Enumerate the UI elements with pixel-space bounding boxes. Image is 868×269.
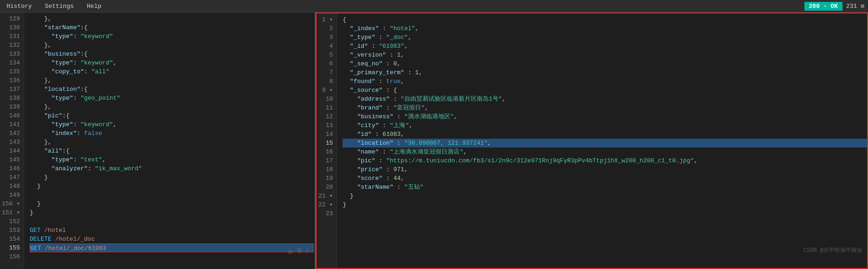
left-line-140: "pic":{ [30,111,315,120]
ln-130: 130 [0,23,24,32]
ln-148: 148 [0,182,24,191]
rln-18: 18 [317,165,337,174]
right-line-2: "_index" : "hotel", [343,24,867,33]
ln-155: 155 [0,243,24,252]
left-line-numbers: 129 130 131 132 133 134 135 136 137 138 … [0,13,24,269]
left-line-153: GET /hotel [30,226,315,235]
ln-137: 137 [0,85,24,94]
ln-150: 150 ▾ [0,199,24,208]
ln-129: 129 [0,14,24,23]
rln-20: 20 [317,183,337,192]
left-line-151: } [30,208,315,217]
right-line-17: "pic" : "https://m.tuniucdn.com/fb3/s1/2… [343,156,867,165]
right-line-23 [343,209,867,218]
left-line-152 [30,217,315,226]
left-line-141: "type": "keyword", [30,120,315,129]
right-code-area: 1 ▾ 2 3 4 5 6 7 8 9 ▾ 10 11 12 13 14 15 … [317,13,867,268]
ln-149: 149 [0,191,24,199]
left-line-148: } [30,182,315,191]
rln-22: 22 ▾ [317,200,337,209]
left-line-145: "type": "text", [30,155,315,164]
right-line-20: "starName" : "五钻" [343,183,867,192]
left-code-content: 129 130 131 132 133 134 135 136 137 138 … [0,13,315,269]
menu-settings[interactable]: Settings [42,2,77,11]
ln-153: 153 [0,226,24,235]
ln-147: 147 [0,173,24,182]
ln-131: 131 [0,32,24,41]
right-line-numbers: 1 ▾ 2 3 4 5 6 7 8 9 ▾ 10 11 12 13 14 15 … [317,13,337,268]
right-line-15: "location" : "30.890867, 121.937241", [343,139,867,147]
right-line-5: "_version" : 1, [343,51,867,59]
ln-136: 136 [0,76,24,85]
ln-145: 145 [0,155,24,164]
ln-142: 142 [0,129,24,138]
left-line-132: }, [30,41,315,50]
rln-13: 13 [317,121,337,130]
left-line-136: }, [30,76,315,85]
ln-146: 146 [0,164,24,173]
menu-bar: History Settings Help 200 - OK 231 m [0,0,868,13]
left-line-130: "starName":{ [30,23,315,32]
left-line-135: "copy_to": "all" [30,67,315,76]
rln-12: 12 [317,112,337,121]
left-line-143: }, [30,138,315,147]
rln-6: 6 [317,59,337,68]
right-line-18: "price" : 971, [343,165,867,174]
rln-14: 14 [317,130,337,139]
ln-138: 138 [0,94,24,102]
run-icon[interactable]: ▷ [289,247,294,256]
right-line-11: "brand" : "皇冠假日", [343,103,867,112]
right-panel: 1 ▾ 2 3 4 5 6 7 8 9 ▾ 10 11 12 13 14 15 … [316,13,868,269]
rln-7: 7 [317,68,337,77]
right-code-lines[interactable]: { "_index" : "hotel", "_type" : "_doc", … [337,13,867,268]
right-line-7: "_primary_term" : 1, [343,68,867,77]
left-line-144: "all":{ [30,147,315,155]
status-time: 231 m [846,3,864,10]
left-panel: 129 130 131 132 133 134 135 136 137 138 … [0,13,316,269]
rln-4: 4 [317,42,337,51]
right-line-1: { [343,15,867,24]
rln-21: 21 ▾ [317,192,337,200]
left-line-149 [30,191,315,199]
left-line-154: DELETE /hotel/_doc [30,235,315,243]
left-line-134: "type": "keyword", [30,58,315,67]
ln-151: 151 ▾ [0,208,24,217]
right-line-9: "_source" : { [343,86,867,95]
left-line-133: "business":{ [30,50,315,58]
left-line-146: "analyzer": "ik_max_word" [30,164,315,173]
ln-156: 156 [0,252,24,261]
rln-23: 23 [317,209,337,218]
right-line-10: "address" : "自由贸易试验区临港新片区南岛1号", [343,95,867,103]
status-ok-badge: 200 - OK [804,2,842,11]
rln-9: 9 ▾ [317,86,337,95]
rln-16: 16 [317,147,337,156]
search-icon[interactable]: ⚲ [297,247,302,256]
menu-history[interactable]: History [4,2,35,11]
watermark: CSDN @在甲蛙海中掘金 [803,246,862,254]
status-bar: 200 - OK 231 m [804,0,868,13]
rln-1: 1 ▾ [317,15,337,24]
right-line-21: } [343,192,867,200]
left-line-138: "type": "geo_point" [30,94,315,102]
menu-help[interactable]: Help [84,2,104,11]
left-line-155[interactable]: GET /hotel/_doc/61083 [30,243,314,252]
left-line-129: }, [30,14,315,23]
ln-141: 141 [0,120,24,129]
left-action-icons: ▷ ⚲ | [289,247,309,256]
right-line-12: "business" : "滴水湖临港地区", [343,112,867,121]
ln-144: 144 [0,147,24,155]
ln-133: 133 [0,50,24,58]
left-code-lines[interactable]: }, "starName":{ "type": "keyword" }, "bu… [24,13,315,269]
ln-134: 134 [0,58,24,67]
ln-152: 152 [0,217,24,226]
ln-143: 143 [0,138,24,147]
right-line-4: "_id" : "61083", [343,42,867,51]
rln-10: 10 [317,95,337,103]
right-line-8: "found" : true, [343,77,867,86]
right-line-19: "score" : 44, [343,174,867,183]
right-line-16: "name" : "上海滴水湖皇冠假日酒店", [343,147,867,156]
rln-17: 17 [317,156,337,165]
right-code-content: 1 ▾ 2 3 4 5 6 7 8 9 ▾ 10 11 12 13 14 15 … [317,13,867,268]
divider-icon: | [305,247,309,256]
rln-8: 8 [317,77,337,86]
